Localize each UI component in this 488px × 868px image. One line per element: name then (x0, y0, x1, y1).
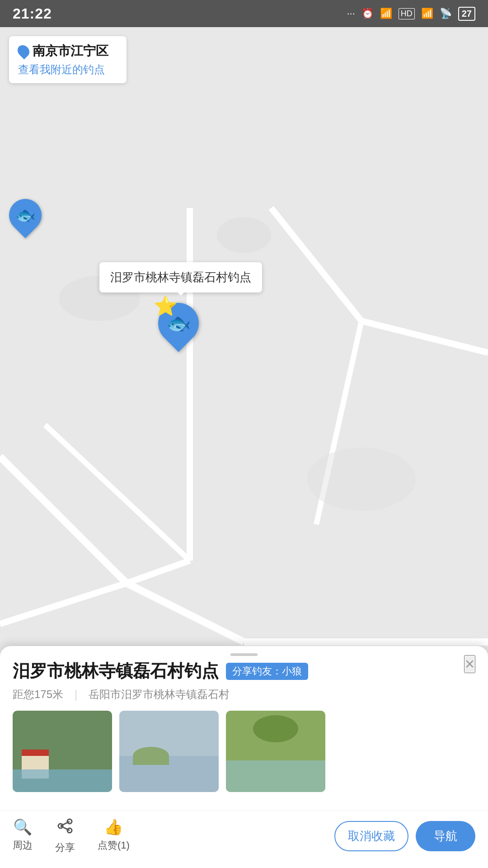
search-icon: 🔍 (13, 818, 32, 836)
action-buttons: 取消收藏 导航 (334, 821, 475, 851)
divider: ｜ (70, 687, 81, 702)
action-bar: 🔍 周边 分享 👍 点赞(1) (0, 810, 488, 868)
drag-bar (230, 653, 258, 656)
status-bar: 21:22 ··· ⏰ 📶 HD 📶 📡 27 (0, 0, 488, 27)
tab-like[interactable]: 👍 点赞(1) (98, 818, 130, 854)
location-card-title: 南京市江宁区 (18, 42, 117, 60)
signal-icon: 📶 (380, 8, 392, 19)
city-name: 南京市江宁区 (33, 42, 108, 60)
distance-text: 距您175米 (13, 687, 63, 702)
tab-nearby[interactable]: 🔍 周边 (13, 818, 33, 854)
panel-drag-handle[interactable] (0, 646, 488, 660)
action-tabs: 🔍 周边 分享 👍 点赞(1) (13, 818, 130, 854)
location-card[interactable]: 南京市江宁区 查看我附近的钓点 (9, 36, 127, 83)
wifi-icon: 📡 (440, 8, 452, 19)
tab-like-label: 点赞(1) (98, 839, 130, 852)
bottom-panel: × 汨罗市桃林寺镇磊石村钓点 分享钓友：小狼 距您175米 ｜ 岳阳市汨罗市桃林… (0, 646, 488, 868)
location-image-3[interactable] (226, 711, 325, 792)
alarm-icon: ⏰ (361, 8, 374, 19)
svg-point-13 (217, 217, 271, 253)
svg-point-12 (307, 448, 416, 511)
panel-title: 汨罗市桃林寺镇磊石村钓点 (13, 660, 219, 683)
panel-subtitle: 距您175米 ｜ 岳阳市汨罗市桃林寺镇磊石村 (13, 687, 475, 702)
fish-marker-center[interactable]: ⭐ 🐟 (158, 303, 199, 344)
share-badge: 分享钓友：小狼 (226, 663, 308, 680)
tab-share-label: 分享 (55, 841, 75, 854)
nearby-link[interactable]: 查看我附近的钓点 (18, 62, 117, 77)
uncollect-button[interactable]: 取消收藏 (334, 821, 408, 851)
status-icons: ··· ⏰ 📶 HD 📶 📡 27 (347, 7, 475, 21)
fish-bubble-left[interactable]: 🐟 (2, 192, 48, 238)
star-icon: ⭐ (154, 295, 177, 317)
fish-marker-left[interactable]: 🐟 (9, 199, 42, 231)
close-button[interactable]: × (464, 655, 475, 673)
share-icon (57, 818, 73, 838)
more-dots-icon: ··· (347, 8, 355, 19)
panel-title-row: 汨罗市桃林寺镇磊石村钓点 分享钓友：小狼 (13, 660, 475, 683)
like-icon: 👍 (104, 818, 123, 836)
hd-icon: HD (399, 8, 415, 19)
tooltip-text: 汨罗市桃林寺镇磊石村钓点 (110, 270, 251, 284)
signal2-icon: 📶 (421, 8, 433, 19)
tab-share[interactable]: 分享 (55, 818, 75, 854)
panel-content: 汨罗市桃林寺镇磊石村钓点 分享钓友：小狼 距您175米 ｜ 岳阳市汨罗市桃林寺镇… (0, 660, 488, 810)
location-image-2[interactable] (119, 711, 219, 792)
image-row[interactable] (13, 711, 475, 797)
location-image-1[interactable] (13, 711, 112, 792)
status-time: 21:22 (13, 5, 52, 22)
map-tooltip: 汨罗市桃林寺镇磊石村钓点 (99, 262, 262, 292)
tab-nearby-label: 周边 (13, 839, 33, 852)
navigate-button[interactable]: 导航 (416, 821, 475, 851)
battery-indicator: 27 (458, 7, 475, 21)
location-pin-icon (15, 43, 32, 60)
address-text: 岳阳市汨罗市桃林寺镇磊石村 (89, 687, 230, 702)
fish-icon-left: 🐟 (15, 206, 36, 225)
